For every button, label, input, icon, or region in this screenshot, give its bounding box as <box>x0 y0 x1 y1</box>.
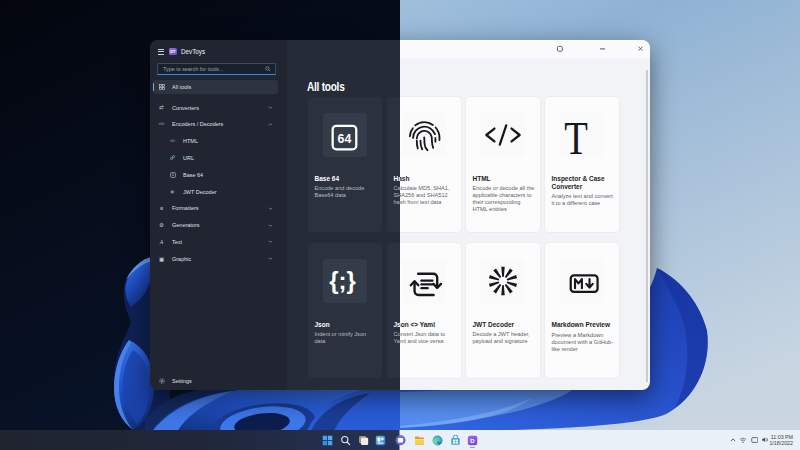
svg-text:64: 64 <box>337 132 351 146</box>
svg-text:6: 6 <box>172 173 174 177</box>
svg-text:D: D <box>470 437 475 443</box>
